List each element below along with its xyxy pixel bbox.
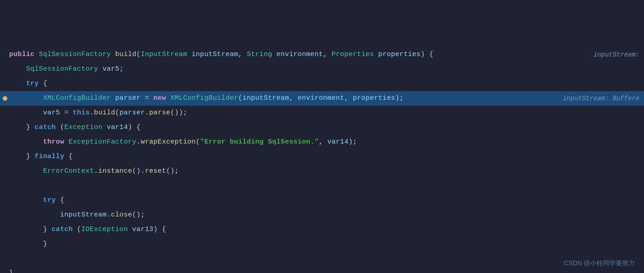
line-content: } catch (Exception var14) {	[9, 120, 140, 135]
token-plain: .	[90, 109, 94, 117]
token-plain: (	[77, 226, 81, 233]
token-method: reset	[145, 167, 166, 175]
token-plain: ;	[119, 65, 124, 73]
token-plain: ());	[171, 109, 187, 117]
token-plain: ) {	[421, 51, 437, 58]
code-line: inputStream.close();	[0, 208, 644, 222]
token-plain: ,	[319, 138, 327, 146]
token-kw-blue: try	[43, 196, 60, 204]
line-content: SqlSessionFactory var5;	[9, 62, 124, 77]
token-var: environment	[298, 94, 344, 102]
line-content: public SqlSessionFactory build(InputStre…	[9, 47, 438, 62]
token-plain: ,	[344, 94, 353, 102]
code-line: } finally {	[0, 149, 644, 164]
token-plain: }	[43, 226, 52, 233]
hint-text: inputStream: Buffere	[563, 91, 639, 106]
code-line: var5 = this.build(parser.parse());	[0, 106, 644, 120]
token-plain: (	[136, 51, 140, 58]
token-plain: }	[26, 124, 35, 131]
token-plain: =	[60, 109, 73, 117]
token-type: SqlSessionFactory	[26, 65, 102, 73]
token-plain: }	[43, 240, 47, 248]
token-type: IOException	[81, 226, 132, 233]
token-plain	[9, 109, 43, 117]
token-plain	[9, 196, 43, 204]
line-content: }	[9, 237, 47, 252]
token-plain	[9, 65, 26, 73]
token-var: var14	[327, 138, 349, 146]
token-method: build	[115, 51, 137, 58]
token-type: String	[247, 51, 276, 58]
token-plain: );	[395, 94, 404, 102]
token-plain	[9, 167, 43, 175]
token-plain: ,	[238, 51, 247, 58]
token-method: instance	[98, 167, 132, 175]
token-plain: {	[60, 196, 64, 204]
token-plain: ,	[323, 51, 332, 58]
token-method: parse	[149, 109, 171, 117]
token-plain: );	[348, 138, 357, 146]
line-content: inputStream.close();	[9, 208, 145, 222]
line-content: try {	[9, 77, 47, 91]
line-content: ErrorContext.instance().reset();	[9, 164, 179, 179]
token-plain: ,	[289, 94, 298, 102]
token-var: properties	[353, 94, 395, 102]
token-method: build	[94, 109, 115, 117]
token-var: var5	[43, 109, 60, 117]
token-type: ExceptionFactory	[68, 138, 136, 146]
code-content: public SqlSessionFactory build(InputStre…	[0, 0, 644, 273]
token-type: ErrorContext	[43, 167, 94, 175]
code-line: } catch (IOException var13) {	[0, 222, 644, 237]
token-kw-blue: try	[26, 80, 43, 88]
token-plain: (	[60, 124, 64, 131]
token-plain: {	[68, 153, 73, 160]
token-plain: ().	[132, 167, 145, 175]
breakpoint-dot	[3, 96, 7, 101]
token-type: SqlSessionFactory	[39, 51, 115, 58]
code-line: ErrorContext.instance().reset();	[0, 164, 644, 179]
token-var: inputStream	[243, 94, 289, 102]
code-editor: public SqlSessionFactory build(InputStre…	[0, 0, 644, 273]
token-string: "Error building SqlSession."	[200, 138, 319, 146]
code-line: try {	[0, 77, 644, 91]
token-plain: }	[9, 269, 13, 273]
token-type: XMLConfigBuilder	[170, 94, 238, 102]
token-var: inputStream	[192, 51, 238, 58]
token-plain: .	[136, 138, 140, 146]
code-line: throw ExceptionFactory.wrapException("Er…	[0, 135, 644, 149]
token-plain	[9, 211, 60, 219]
line-content: try {	[9, 193, 64, 208]
token-plain: (	[115, 109, 119, 117]
token-plain	[9, 226, 43, 233]
line-content: throw ExceptionFactory.wrapException("Er…	[9, 135, 357, 149]
token-kw-blue: finally	[35, 153, 68, 160]
token-var: var5	[103, 65, 119, 73]
code-line: public SqlSessionFactory build(InputStre…	[0, 47, 644, 62]
token-plain: =	[140, 94, 153, 102]
code-line	[0, 252, 644, 266]
token-plain: ();	[132, 211, 145, 219]
code-line: SqlSessionFactory var5;	[0, 62, 644, 77]
token-plain	[9, 80, 26, 88]
line-content: }	[9, 266, 13, 273]
hint-text: inputStream:	[593, 47, 639, 62]
token-method: close	[111, 211, 132, 219]
token-plain: .	[94, 167, 98, 175]
token-plain: .	[145, 109, 149, 117]
token-kw-blue: this	[73, 109, 90, 117]
code-line: XMLConfigBuilder parser = new XMLConfigB…	[0, 91, 644, 106]
token-type: InputStream	[140, 51, 192, 58]
token-plain	[9, 124, 26, 131]
token-var: inputStream	[60, 211, 107, 219]
token-plain: ();	[166, 167, 179, 175]
code-line: try {	[0, 193, 644, 208]
token-plain: (	[196, 138, 200, 146]
token-method: wrapException	[140, 138, 196, 146]
code-line: }	[0, 266, 644, 273]
token-kw-blue: catch	[35, 124, 60, 131]
token-plain: (	[238, 94, 242, 102]
token-plain: {	[43, 80, 47, 88]
token-var: var13	[132, 226, 154, 233]
code-line	[0, 179, 644, 193]
watermark: CSDN @小柱同学要努力	[564, 259, 635, 268]
